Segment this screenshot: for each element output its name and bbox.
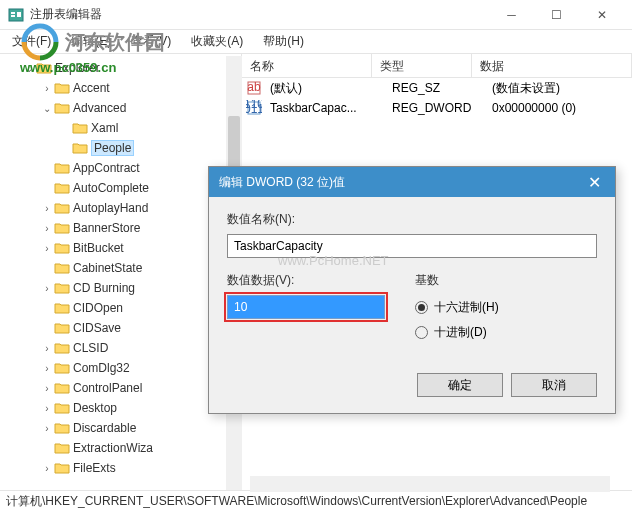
radio-dec[interactable]: 十进制(D) [415,324,499,341]
tree-node-accent[interactable]: ›Accent [4,78,241,98]
folder-icon [54,221,70,235]
tree-node-discardable[interactable]: ›Discardable [4,418,241,438]
radio-hex-icon [415,301,428,314]
folder-icon [54,301,70,315]
tree-toggle-icon[interactable]: › [40,403,54,414]
list-header: 名称 类型 数据 [242,54,632,78]
status-path: 计算机\HKEY_CURRENT_USER\SOFTWARE\Microsoft… [6,493,587,510]
tree-node-controlpanel[interactable]: ›ControlPanel [4,378,241,398]
tree-node-xaml[interactable]: Xaml [4,118,241,138]
dialog-buttons: 确定 取消 [209,363,615,413]
list-scrollbar-h[interactable] [250,476,610,492]
tree-label: Discardable [73,421,136,435]
tree-label: CLSID [73,341,108,355]
tree-label: CabinetState [73,261,142,275]
svg-rect-1 [11,12,15,14]
tree-label: Accent [73,81,110,95]
cell-type: REG_DWORD [388,101,488,115]
menu-file[interactable]: 文件(F) [6,31,57,52]
tree-toggle-icon[interactable]: › [40,243,54,254]
menu-help[interactable]: 帮助(H) [257,31,310,52]
tree-node-cabinetstate[interactable]: CabinetState [4,258,241,278]
tree-node-bannerstore[interactable]: ›BannerStore [4,218,241,238]
col-type[interactable]: 类型 [372,54,472,77]
minimize-button[interactable]: ─ [489,1,534,29]
window-controls: ─ ☐ ✕ [489,1,624,29]
titlebar: 注册表编辑器 ─ ☐ ✕ [0,0,632,30]
tree-node-bitbucket[interactable]: ›BitBucket [4,238,241,258]
close-button[interactable]: ✕ [579,1,624,29]
tree-toggle-icon[interactable]: › [40,203,54,214]
col-name[interactable]: 名称 [242,54,372,77]
menu-favorites[interactable]: 收藏夹(A) [185,31,249,52]
tree-node-extractionwiza[interactable]: ExtractionWiza [4,438,241,458]
dialog-titlebar[interactable]: 编辑 DWORD (32 位)值 ✕ [209,167,615,197]
dialog-close-button[interactable]: ✕ [584,173,605,192]
tree-toggle-icon[interactable]: › [40,223,54,234]
folder-icon [54,381,70,395]
tree-toggle-icon[interactable]: ⌄ [22,63,36,74]
tree-node-comdlg32[interactable]: ›ComDlg32 [4,358,241,378]
tree-toggle-icon[interactable]: › [40,343,54,354]
tree-label: AutoplayHand [73,201,148,215]
ok-button[interactable]: 确定 [417,373,503,397]
cell-name: (默认) [266,80,388,97]
folder-icon [54,241,70,255]
tree-node-desktop[interactable]: ›Desktop [4,398,241,418]
tree-label: Explorer [55,61,100,75]
tree-node-fileexts[interactable]: ›FileExts [4,458,241,478]
tree-toggle-icon[interactable]: › [40,283,54,294]
tree-label: ExtractionWiza [73,441,153,455]
tree-toggle-icon[interactable]: › [40,423,54,434]
dialog-title: 编辑 DWORD (32 位)值 [219,174,584,191]
tree-label: ComDlg32 [73,361,130,375]
tree-label: AppContract [73,161,140,175]
tree-label: BannerStore [73,221,140,235]
tree-toggle-icon[interactable]: › [40,463,54,474]
edit-dword-dialog: 编辑 DWORD (32 位)值 ✕ 数值名称(N): 数值数据(V): 基数 … [208,166,616,414]
tree-node-autocomplete[interactable]: AutoComplete [4,178,241,198]
tree-node-appcontract[interactable]: AppContract [4,158,241,178]
list-row[interactable]: ab(默认)REG_SZ(数值未设置) [242,78,632,98]
tree-node-advanced[interactable]: ⌄Advanced [4,98,241,118]
tree-label: BitBucket [73,241,124,255]
folder-icon [36,61,52,75]
base-label: 基数 [415,272,499,289]
tree-toggle-icon[interactable]: › [40,383,54,394]
folder-icon [54,81,70,95]
folder-icon [54,261,70,275]
menu-view[interactable]: 查看(V) [125,31,177,52]
value-input[interactable] [227,295,385,319]
cancel-button[interactable]: 取消 [511,373,597,397]
col-data[interactable]: 数据 [472,54,632,77]
tree-node-cidsave[interactable]: CIDSave [4,318,241,338]
svg-text:011: 011 [246,102,262,116]
tree-node-explorer[interactable]: ⌄Explorer [4,58,241,78]
tree-node-clsid[interactable]: ›CLSID [4,338,241,358]
string-icon: ab [246,80,262,96]
folder-icon [72,141,88,155]
folder-icon [54,401,70,415]
folder-icon [54,161,70,175]
tree-label: CIDOpen [73,301,123,315]
maximize-button[interactable]: ☐ [534,1,579,29]
menubar: 文件(F) 编辑(E) 查看(V) 收藏夹(A) 帮助(H) [0,30,632,54]
value-label: 数值数据(V): [227,272,385,289]
tree-toggle-icon[interactable]: › [40,83,54,94]
list-row[interactable]: 110011TaskbarCapac...REG_DWORD0x00000000… [242,98,632,118]
folder-icon [54,461,70,475]
tree-toggle-icon[interactable]: › [40,363,54,374]
tree-node-autoplayhand[interactable]: ›AutoplayHand [4,198,241,218]
tree-node-people[interactable]: People [4,138,241,158]
tree-node-cidopen[interactable]: CIDOpen [4,298,241,318]
radio-group: 十六进制(H) 十进制(D) [415,299,499,349]
cell-type: REG_SZ [388,81,488,95]
radio-hex[interactable]: 十六进制(H) [415,299,499,316]
name-input[interactable] [227,234,597,258]
tree-panel: ⌄Explorer›Accent⌄AdvancedXamlPeopleAppCo… [0,54,242,490]
tree-toggle-icon[interactable]: ⌄ [40,103,54,114]
tree-label: Advanced [73,101,126,115]
folder-icon [54,281,70,295]
tree-node-cd-burning[interactable]: ›CD Burning [4,278,241,298]
menu-edit[interactable]: 编辑(E) [65,31,117,52]
